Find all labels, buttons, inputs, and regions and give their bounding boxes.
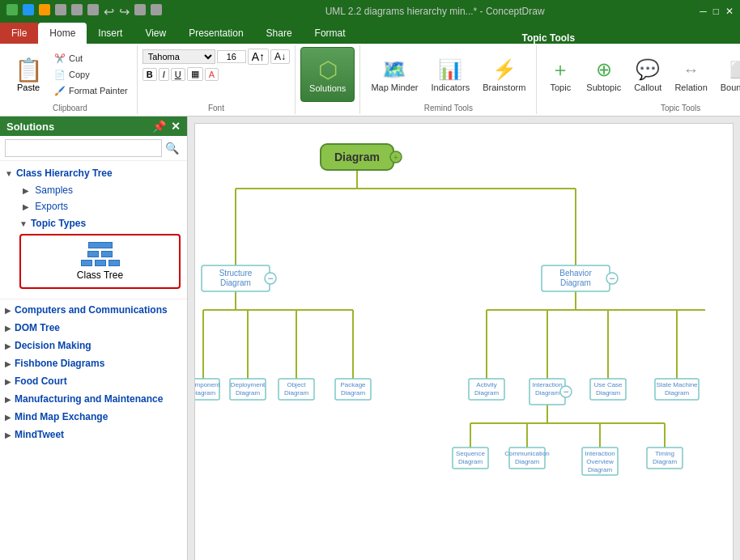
copy-icon: 📄 [54, 70, 66, 80]
remind-tools-items: 🗺️ Map Minder 📊 Indicators ⚡ Brainstorm [365, 47, 531, 102]
indicators-label: Indicators [431, 83, 470, 92]
font-grow-button[interactable]: A↑ [248, 49, 269, 65]
relation-label: Relation [674, 83, 707, 92]
relation-icon: ↔ [678, 57, 704, 83]
solutions-section-computers[interactable]: ▶ Computers and Communications [0, 301, 187, 319]
close-button[interactable]: ✕ [725, 6, 734, 17]
callout-button[interactable]: 💬 Callout [628, 53, 667, 95]
print-icon[interactable] [134, 4, 146, 15]
minimize-button[interactable]: ─ [700, 6, 707, 17]
solutions-sub-samples[interactable]: ▶ Samples [0, 182, 187, 198]
title-bar-icons: ↩ ↪ [6, 4, 162, 19]
class-hierarchy-label: Class Hierarchy Tree [16, 168, 113, 179]
diagram-canvas: Diagram + Structure Diagram − Behavior D… [194, 123, 734, 560]
svg-text:Communication: Communication [504, 450, 550, 457]
solutions-button[interactable]: ⬡ Solutions [300, 47, 355, 102]
font-family-select[interactable]: Tahoma Arial Times New Roman [142, 49, 215, 64]
svg-text:Package: Package [340, 381, 366, 388]
topic-label: Topic [551, 83, 572, 92]
cut-button[interactable]: ✂️ Cut [50, 51, 132, 66]
canvas-area[interactable]: Diagram + Structure Diagram − Behavior D… [188, 117, 740, 560]
solutions-section-manufacturing[interactable]: ▶ Manufacturing and Maintenance [0, 390, 187, 408]
svg-text:Object: Object [287, 381, 306, 388]
svg-text:Diagram: Diagram [341, 389, 366, 397]
tab-home[interactable]: Home [38, 23, 87, 44]
svg-text:Diagram: Diagram [596, 389, 621, 397]
relation-button[interactable]: ↔ Relation [669, 53, 712, 95]
tab-view[interactable]: View [134, 23, 177, 44]
expand-arrow-icon: ▶ [5, 324, 11, 333]
redo-icon[interactable]: ↪ [119, 4, 130, 19]
expand-arrow-icon: ▶ [5, 413, 11, 422]
solutions-sub-exports[interactable]: ▶ Exports [0, 198, 187, 214]
subtopic-button[interactable]: ⊕ Subtopic [581, 53, 627, 95]
tab-presentation[interactable]: Presentation [177, 23, 254, 44]
tab-file[interactable]: File [0, 23, 38, 44]
pdf-icon[interactable] [151, 4, 162, 15]
copy-button[interactable]: 📄 Copy [50, 67, 132, 83]
brainstorm-button[interactable]: ⚡ Brainstorm [477, 53, 531, 95]
solutions-section-fishbone[interactable]: ▶ Fishbone Diagrams [0, 354, 187, 372]
solutions-section-mindmap[interactable]: ▶ Mind Map Exchange [0, 408, 187, 426]
expand-arrow-icon: ▶ [5, 395, 11, 404]
svg-text:−: − [609, 273, 615, 284]
diagram-svg: Diagram + Structure Diagram − Behavior D… [195, 124, 740, 528]
solutions-icon: ⬡ [318, 57, 338, 83]
maximize-button[interactable]: □ [713, 6, 719, 17]
app-icon [6, 4, 18, 15]
paste-label: Paste [17, 83, 40, 92]
class-tree-item[interactable]: Class Tree [19, 234, 181, 289]
paste-button[interactable]: 📋 Paste [8, 54, 49, 95]
svg-text:Deployment: Deployment [231, 381, 266, 388]
solutions-section-decision[interactable]: ▶ Decision Making [0, 337, 187, 354]
color-button[interactable]: A [205, 68, 219, 81]
font-shrink-button[interactable]: A↓ [270, 49, 290, 64]
underline-button[interactable]: U [171, 68, 185, 81]
brainstorm-label: Brainstorm [483, 83, 525, 92]
svg-text:Component: Component [195, 381, 220, 388]
tab-share[interactable]: Share [255, 23, 304, 44]
save-as-icon[interactable] [87, 4, 99, 15]
svg-text:Diagram: Diagram [474, 389, 500, 397]
topic-types-header[interactable]: ▼ Topic Types [19, 218, 181, 229]
tab-insert[interactable]: Insert [87, 23, 134, 44]
pin-icon[interactable]: 📌 [152, 120, 166, 133]
callout-icon: 💬 [635, 57, 661, 83]
map-minder-button[interactable]: 🗺️ Map Minder [365, 53, 423, 95]
structure-diagram-label: Structure [219, 269, 253, 278]
solutions-section-mindtweet[interactable]: ▶ MindTweet [0, 426, 187, 443]
italic-button[interactable]: I [159, 68, 169, 81]
topic-tools-group: ＋ Topic ⊕ Subtopic 💬 Callout ↔ Relation … [537, 45, 740, 114]
subtopic-icon: ⊕ [591, 57, 617, 83]
highlight-button[interactable]: ▦ [187, 67, 203, 81]
undo-icon[interactable]: ↩ [104, 4, 114, 19]
solutions-close-icon[interactable]: ✕ [171, 120, 181, 133]
bold-button[interactable]: B [142, 68, 157, 81]
svg-text:State Machine: State Machine [656, 381, 698, 388]
cut-copy-format-col: ✂️ Cut 📄 Copy 🖌️ Format Painter [50, 51, 132, 99]
svg-text:Timing: Timing [655, 450, 674, 457]
format-painter-button[interactable]: 🖌️ Format Painter [50, 83, 132, 99]
clipboard-group: 📋 Paste ✂️ Cut 📄 Copy 🖌️ Format Painter … [3, 45, 138, 114]
solutions-header-icons: 📌 ✕ [152, 120, 181, 133]
svg-text:Sequence: Sequence [456, 450, 486, 457]
remind-tools-label: Remind Tools [365, 102, 531, 112]
ribbon-tabs: File Home Insert View Presentation Share… [0, 23, 740, 44]
font-size-input[interactable] [217, 50, 246, 63]
tab-format[interactable]: Format [304, 23, 357, 44]
solutions-section-food[interactable]: ▶ Food Court [0, 372, 187, 390]
boundary-button[interactable]: ⬜ Boundary [715, 53, 740, 95]
mindmap-exchange-label: Mind Map Exchange [15, 411, 108, 422]
topic-button[interactable]: ＋ Topic [542, 53, 579, 95]
save-icon[interactable] [71, 4, 83, 15]
solutions-section-dom[interactable]: ▶ DOM Tree [0, 319, 187, 337]
svg-text:Diagram: Diagram [535, 389, 560, 397]
solutions-search-input[interactable] [5, 139, 162, 157]
solutions-section-class-hierarchy[interactable]: ▼ Class Hierarchy Tree [0, 164, 187, 182]
expand-arrow-icon: ▶ [5, 359, 11, 368]
svg-text:Diagram: Diagram [588, 466, 613, 473]
topic-tools-items: ＋ Topic ⊕ Subtopic 💬 Callout ↔ Relation … [542, 47, 740, 102]
map-minder-icon: 🗺️ [381, 57, 407, 83]
indicators-button[interactable]: 📊 Indicators [425, 53, 475, 95]
svg-text:Diagram: Diagram [653, 458, 678, 465]
